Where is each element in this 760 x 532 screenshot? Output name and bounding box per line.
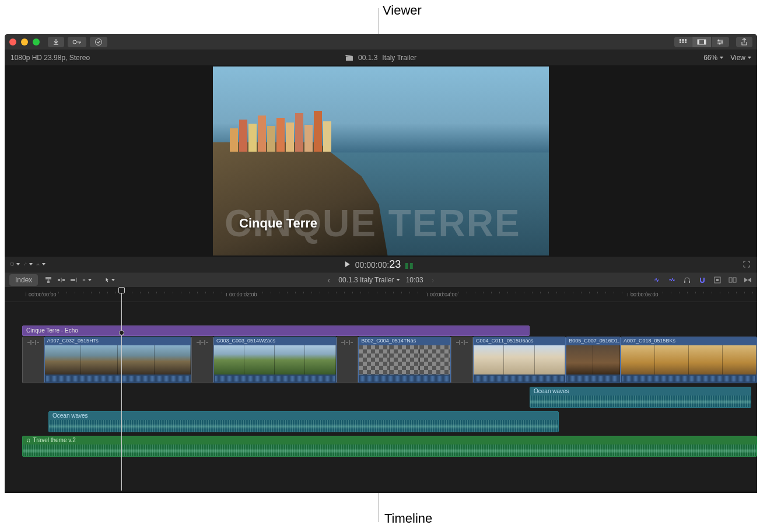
zoom-dropdown[interactable]: 66% <box>703 54 723 62</box>
primary-storyline: A007_C032_0515HTsC003_C003_0514WZacsB002… <box>22 337 757 383</box>
append-clip-button[interactable] <box>69 275 79 285</box>
viewer-canvas[interactable]: CINQUE TERRE Cinque Terre <box>213 66 549 256</box>
display-icon <box>10 261 14 268</box>
project-title: Italy Trailer <box>382 54 416 62</box>
audio-clip-label: ♫Travel theme v.2 <box>23 436 757 444</box>
video-clip[interactable]: A007_C032_0515HTs <box>44 337 192 383</box>
zoom-dot[interactable] <box>33 38 40 46</box>
playhead[interactable] <box>121 287 122 491</box>
svg-rect-4 <box>685 39 687 41</box>
minimize-dot[interactable] <box>21 38 28 46</box>
history-forward[interactable]: › <box>429 275 437 285</box>
effects-browser-toggle[interactable] <box>713 275 722 285</box>
clip-label: B005_C007_0516D1... <box>566 337 620 345</box>
svg-point-1 <box>96 38 102 45</box>
transitions-browser-toggle[interactable] <box>728 275 737 285</box>
timeline-duration: 10:03 <box>406 276 423 284</box>
transition[interactable] <box>191 337 213 383</box>
clip-audio-waveform <box>45 374 191 383</box>
clip-label: C004_C011_0515U6acs <box>474 337 565 345</box>
clip-audio-waveform <box>566 374 620 383</box>
audio-clip-ocean-1[interactable]: Ocean waves <box>530 387 751 408</box>
inspector-toggle[interactable] <box>711 37 729 47</box>
svg-rect-6 <box>682 41 684 43</box>
svg-rect-16 <box>47 281 50 283</box>
chevron-down-icon <box>720 57 723 59</box>
project-code: 00.1.3 <box>358 54 377 62</box>
connect-icon <box>44 276 52 284</box>
clip-audio-waveform <box>474 374 565 383</box>
libraries-toggle[interactable] <box>674 37 692 47</box>
key-icon <box>72 39 82 45</box>
transitions-icon <box>729 277 737 283</box>
audio-clip-ocean-2[interactable]: Ocean waves <box>48 411 559 432</box>
download-icon <box>52 38 59 46</box>
svg-rect-24 <box>716 279 719 281</box>
transitions-alt-toggle[interactable] <box>743 275 752 285</box>
solo-toggle[interactable] <box>682 275 692 285</box>
audio-clip-music[interactable]: ♫Travel theme v.2 <box>22 436 757 457</box>
close-dot[interactable] <box>9 38 16 46</box>
overwrite-icon <box>82 276 86 284</box>
tool-selector[interactable] <box>106 275 115 285</box>
clip-appearance-menu[interactable] <box>10 260 20 269</box>
keyword-button[interactable] <box>68 37 86 47</box>
video-clip[interactable]: B005_C007_0516D1... <box>566 337 621 383</box>
playhead-handle[interactable] <box>118 287 125 293</box>
clip-thumbnails <box>474 345 565 374</box>
wand-icon <box>23 261 27 268</box>
index-button[interactable]: Index <box>9 274 38 286</box>
callout-viewer: Viewer <box>383 3 422 18</box>
svg-rect-14 <box>10 263 13 265</box>
fullscreen-button[interactable] <box>742 260 751 269</box>
share-button[interactable] <box>736 37 752 47</box>
expand-icon <box>743 261 750 268</box>
overwrite-menu[interactable] <box>82 275 92 285</box>
callout-timeline: Timeline <box>384 511 432 526</box>
svg-rect-5 <box>680 41 681 43</box>
clip-audio-waveform <box>621 374 757 383</box>
svg-rect-19 <box>71 279 75 281</box>
timeline-ruler[interactable]: 00:00:00:00 00:00:02:00 00:00:04:00 00:0… <box>5 287 757 302</box>
audio-clip-label: Ocean waves <box>49 412 558 420</box>
title-clip[interactable]: Cinque Terre - Echo <box>22 326 530 336</box>
video-clip[interactable]: B002_C004_0514TNas <box>358 337 451 383</box>
svg-point-12 <box>722 41 723 43</box>
clip-thumbnails <box>214 345 336 374</box>
video-clip[interactable]: C003_C003_0514WZacs <box>213 337 337 383</box>
play-icon[interactable] <box>345 261 351 268</box>
snap-icon <box>698 276 706 284</box>
view-dropdown[interactable]: View <box>730 54 751 62</box>
app-window: 1080p HD 23.98p, Stereo 00.1.3 Italy Tra… <box>5 34 757 493</box>
svg-rect-18 <box>62 279 65 281</box>
svg-rect-22 <box>689 281 690 283</box>
connect-clip-button[interactable] <box>44 275 53 285</box>
svg-rect-3 <box>682 39 684 41</box>
import-button[interactable] <box>48 37 64 47</box>
timeline-name-dropdown[interactable]: 00.1.3 Italy Trailer <box>338 276 400 284</box>
render-button[interactable] <box>90 37 107 47</box>
svg-point-0 <box>73 40 76 44</box>
history-back[interactable]: ‹ <box>325 275 333 285</box>
viewer-title-text: Cinque Terre <box>239 216 317 231</box>
audio-skimming-toggle[interactable] <box>667 275 677 285</box>
snapping-toggle[interactable] <box>698 275 707 285</box>
clip-label: B002_C004_0514TNas <box>359 337 450 345</box>
svg-point-13 <box>719 43 721 44</box>
transition[interactable] <box>337 337 359 383</box>
retime-menu[interactable] <box>36 260 45 269</box>
audio-meters <box>405 260 417 269</box>
browser-toggle[interactable] <box>692 37 711 47</box>
svg-rect-25 <box>729 278 732 282</box>
viewer-buildings <box>230 91 364 152</box>
video-clip[interactable]: C004_C011_0515U6acs <box>473 337 566 383</box>
skimming-toggle[interactable] <box>652 275 661 285</box>
video-clip[interactable]: A007_C018_0515BKs <box>621 337 757 383</box>
transition[interactable] <box>22 337 44 383</box>
svg-rect-10 <box>704 40 706 44</box>
timeline-area[interactable]: 00:00:00:00 00:00:02:00 00:00:04:00 00:0… <box>5 287 757 491</box>
timecode-display[interactable]: 00:00:00:23 <box>355 258 401 271</box>
insert-clip-button[interactable] <box>57 275 66 285</box>
transition[interactable] <box>451 337 473 383</box>
effects-menu[interactable] <box>23 260 33 269</box>
